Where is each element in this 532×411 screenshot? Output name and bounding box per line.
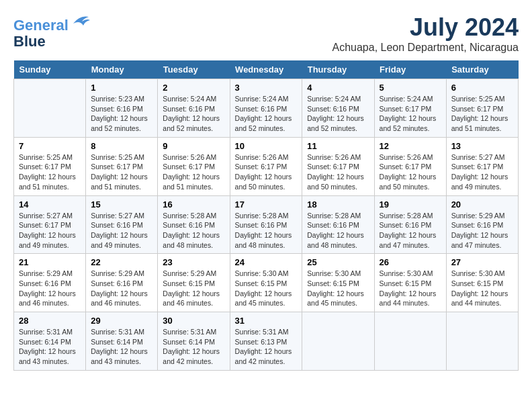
calendar-cell: 11Sunrise: 5:26 AMSunset: 6:17 PMDayligh… — [302, 137, 374, 195]
day-info: Sunrise: 5:27 AMSunset: 6:17 PMDaylight:… — [19, 211, 81, 250]
day-info: Sunrise: 5:27 AMSunset: 6:16 PMDaylight:… — [91, 211, 152, 250]
logo-bird-icon — [70, 13, 90, 30]
calendar-cell: 26Sunrise: 5:30 AMSunset: 6:15 PMDayligh… — [374, 254, 446, 312]
day-info: Sunrise: 5:24 AMSunset: 6:16 PMDaylight:… — [163, 94, 224, 134]
day-info: Sunrise: 5:28 AMSunset: 6:16 PMDaylight:… — [307, 211, 369, 250]
calendar-cell: 22Sunrise: 5:29 AMSunset: 6:16 PMDayligh… — [86, 254, 158, 312]
calendar-cell: 23Sunrise: 5:29 AMSunset: 6:15 PMDayligh… — [158, 254, 230, 312]
calendar-week-5: 28Sunrise: 5:31 AMSunset: 6:14 PMDayligh… — [14, 312, 519, 371]
day-number: 17 — [235, 199, 298, 210]
day-number: 24 — [235, 257, 298, 267]
day-info: Sunrise: 5:31 AMSunset: 6:14 PMDaylight:… — [91, 327, 152, 367]
day-info: Sunrise: 5:24 AMSunset: 6:16 PMDaylight:… — [307, 94, 369, 134]
title-section: July 2024 Achuapa, Leon Department, Nica… — [332, 13, 519, 54]
day-header-friday: Friday — [374, 60, 446, 79]
day-header-thursday: Thursday — [302, 60, 374, 79]
day-info: Sunrise: 5:29 AMSunset: 6:16 PMDaylight:… — [451, 211, 513, 250]
logo: General Blue — [13, 13, 90, 50]
calendar-cell: 16Sunrise: 5:28 AMSunset: 6:16 PMDayligh… — [158, 195, 230, 254]
day-info: Sunrise: 5:29 AMSunset: 6:16 PMDaylight:… — [19, 269, 81, 308]
day-number: 15 — [91, 199, 152, 210]
day-number: 4 — [307, 83, 369, 93]
calendar-body: 1Sunrise: 5:23 AMSunset: 6:16 PMDaylight… — [14, 79, 519, 371]
calendar-cell: 3Sunrise: 5:24 AMSunset: 6:16 PMDaylight… — [230, 79, 302, 138]
calendar-week-3: 14Sunrise: 5:27 AMSunset: 6:17 PMDayligh… — [14, 195, 519, 254]
day-number: 16 — [163, 199, 224, 210]
page-header: General Blue July 2024 Achuapa, Leon Dep… — [13, 13, 519, 54]
day-header-wednesday: Wednesday — [230, 60, 302, 79]
day-info: Sunrise: 5:25 AMSunset: 6:17 PMDaylight:… — [19, 152, 81, 192]
day-number: 1 — [91, 83, 152, 93]
day-info: Sunrise: 5:27 AMSunset: 6:17 PMDaylight:… — [451, 152, 513, 192]
day-header-tuesday: Tuesday — [158, 60, 230, 79]
day-number: 31 — [235, 316, 298, 326]
calendar-cell: 13Sunrise: 5:27 AMSunset: 6:17 PMDayligh… — [446, 137, 518, 195]
day-info: Sunrise: 5:23 AMSunset: 6:16 PMDaylight:… — [91, 94, 152, 134]
day-info: Sunrise: 5:25 AMSunset: 6:17 PMDaylight:… — [451, 94, 513, 134]
day-info: Sunrise: 5:29 AMSunset: 6:15 PMDaylight:… — [163, 269, 224, 308]
calendar-cell: 10Sunrise: 5:26 AMSunset: 6:17 PMDayligh… — [230, 137, 302, 195]
day-number: 7 — [19, 141, 81, 151]
calendar-cell: 6Sunrise: 5:25 AMSunset: 6:17 PMDaylight… — [446, 79, 518, 138]
day-info: Sunrise: 5:26 AMSunset: 6:17 PMDaylight:… — [163, 152, 224, 192]
day-number: 27 — [451, 257, 513, 267]
calendar-cell: 29Sunrise: 5:31 AMSunset: 6:14 PMDayligh… — [86, 312, 158, 371]
day-header-row: SundayMondayTuesdayWednesdayThursdayFrid… — [14, 60, 519, 79]
day-number: 21 — [19, 257, 81, 267]
day-header-sunday: Sunday — [14, 60, 86, 79]
day-number: 5 — [380, 83, 441, 93]
calendar-week-1: 1Sunrise: 5:23 AMSunset: 6:16 PMDaylight… — [14, 79, 519, 138]
day-info: Sunrise: 5:28 AMSunset: 6:16 PMDaylight:… — [163, 211, 224, 250]
day-info: Sunrise: 5:25 AMSunset: 6:17 PMDaylight:… — [91, 152, 152, 192]
calendar-cell: 15Sunrise: 5:27 AMSunset: 6:16 PMDayligh… — [86, 195, 158, 254]
day-info: Sunrise: 5:26 AMSunset: 6:17 PMDaylight:… — [307, 152, 369, 192]
calendar-table: SundayMondayTuesdayWednesdayThursdayFrid… — [13, 60, 519, 371]
logo-text: General Blue — [13, 13, 90, 50]
calendar-cell: 31Sunrise: 5:31 AMSunset: 6:13 PMDayligh… — [230, 312, 302, 371]
day-header-monday: Monday — [86, 60, 158, 79]
day-number: 19 — [380, 199, 441, 210]
calendar-week-2: 7Sunrise: 5:25 AMSunset: 6:17 PMDaylight… — [14, 137, 519, 195]
calendar-cell: 1Sunrise: 5:23 AMSunset: 6:16 PMDaylight… — [86, 79, 158, 138]
day-number: 9 — [163, 141, 224, 151]
calendar-cell: 14Sunrise: 5:27 AMSunset: 6:17 PMDayligh… — [14, 195, 86, 254]
calendar-cell — [14, 79, 86, 138]
day-number: 2 — [163, 83, 224, 93]
calendar-cell: 2Sunrise: 5:24 AMSunset: 6:16 PMDaylight… — [158, 79, 230, 138]
calendar-cell: 18Sunrise: 5:28 AMSunset: 6:16 PMDayligh… — [302, 195, 374, 254]
calendar-cell: 25Sunrise: 5:30 AMSunset: 6:15 PMDayligh… — [302, 254, 374, 312]
day-number: 18 — [307, 199, 369, 210]
day-info: Sunrise: 5:24 AMSunset: 6:16 PMDaylight:… — [235, 94, 298, 134]
calendar-cell: 28Sunrise: 5:31 AMSunset: 6:14 PMDayligh… — [14, 312, 86, 371]
day-number: 8 — [91, 141, 152, 151]
calendar-cell: 7Sunrise: 5:25 AMSunset: 6:17 PMDaylight… — [14, 137, 86, 195]
calendar-cell: 17Sunrise: 5:28 AMSunset: 6:16 PMDayligh… — [230, 195, 302, 254]
day-info: Sunrise: 5:30 AMSunset: 6:15 PMDaylight:… — [307, 269, 369, 308]
calendar-cell: 19Sunrise: 5:28 AMSunset: 6:16 PMDayligh… — [374, 195, 446, 254]
calendar-cell: 5Sunrise: 5:24 AMSunset: 6:17 PMDaylight… — [374, 79, 446, 138]
calendar-week-4: 21Sunrise: 5:29 AMSunset: 6:16 PMDayligh… — [14, 254, 519, 312]
calendar-cell: 27Sunrise: 5:30 AMSunset: 6:15 PMDayligh… — [446, 254, 518, 312]
day-info: Sunrise: 5:29 AMSunset: 6:16 PMDaylight:… — [91, 269, 152, 308]
day-info: Sunrise: 5:30 AMSunset: 6:15 PMDaylight:… — [380, 269, 441, 308]
day-number: 13 — [451, 141, 513, 151]
calendar-cell — [374, 312, 446, 371]
calendar-cell: 12Sunrise: 5:26 AMSunset: 6:17 PMDayligh… — [374, 137, 446, 195]
day-header-saturday: Saturday — [446, 60, 518, 79]
calendar-cell: 21Sunrise: 5:29 AMSunset: 6:16 PMDayligh… — [14, 254, 86, 312]
day-info: Sunrise: 5:26 AMSunset: 6:17 PMDaylight:… — [235, 152, 298, 192]
day-number: 22 — [91, 257, 152, 267]
calendar-cell — [302, 312, 374, 371]
day-number: 20 — [451, 199, 513, 210]
day-number: 29 — [91, 316, 152, 326]
day-number: 12 — [380, 141, 441, 151]
day-info: Sunrise: 5:30 AMSunset: 6:15 PMDaylight:… — [451, 269, 513, 308]
day-number: 26 — [380, 257, 441, 267]
subtitle: Achuapa, Leon Department, Nicaragua — [332, 42, 519, 54]
day-info: Sunrise: 5:31 AMSunset: 6:13 PMDaylight:… — [235, 327, 298, 367]
day-number: 11 — [307, 141, 369, 151]
calendar-header: SundayMondayTuesdayWednesdayThursdayFrid… — [14, 60, 519, 79]
day-info: Sunrise: 5:24 AMSunset: 6:17 PMDaylight:… — [380, 94, 441, 134]
day-info: Sunrise: 5:28 AMSunset: 6:16 PMDaylight:… — [380, 211, 441, 250]
day-number: 14 — [19, 199, 81, 210]
